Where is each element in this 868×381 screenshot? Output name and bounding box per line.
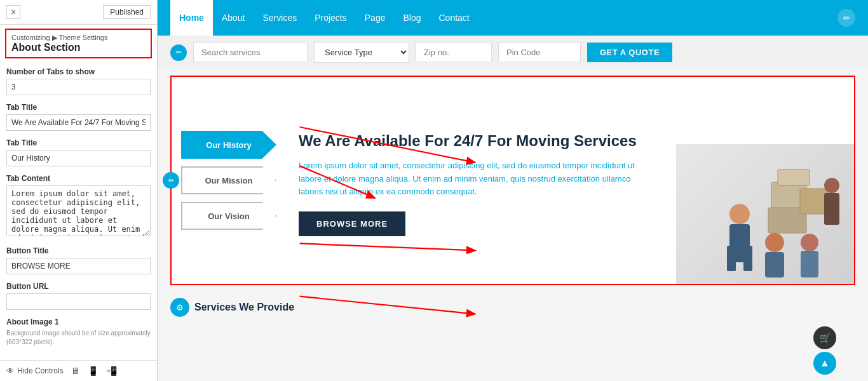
- search-input[interactable]: [193, 43, 308, 62]
- nav-blog[interactable]: Blog: [394, 0, 430, 36]
- tabs-count-label: Number of Tabs to show: [6, 67, 151, 76]
- scroll-up-button[interactable]: ▲: [813, 352, 836, 375]
- desktop-view-icon[interactable]: 🖥: [71, 366, 80, 376]
- top-bar: × Published: [0, 0, 157, 25]
- svg-point-8: [765, 233, 784, 252]
- services-peek: ⚙ Services We Provide: [158, 291, 868, 323]
- svg-point-12: [824, 178, 839, 193]
- about-image-hint: Background Image should be of size appro…: [6, 329, 151, 347]
- content-title: We Are Available For 24/7 For Moving Ser…: [299, 131, 657, 150]
- service-type-select[interactable]: Service Type: [314, 42, 409, 63]
- breadcrumb-path: Customizing ▶ Theme Settings: [11, 34, 146, 42]
- zip-input[interactable]: [416, 43, 492, 62]
- tab-content-label: Tab Content: [6, 174, 151, 183]
- pin-input[interactable]: [498, 43, 581, 62]
- workers-svg: [676, 144, 854, 284]
- get-quote-button[interactable]: GET A QUOTE: [587, 43, 672, 62]
- tab-label-our-vision: Our Vision: [208, 211, 250, 221]
- tab-our-mission[interactable]: Our Mission: [181, 166, 276, 194]
- tab-title-2-group: Tab Title: [6, 138, 151, 166]
- button-url-group: Button URL: [6, 282, 151, 310]
- hide-controls-label: Hide Controls: [17, 366, 64, 375]
- hide-controls-bar: 👁 Hide Controls 🖥 📱 📲: [0, 360, 157, 381]
- services-peek-title: Services We Provide: [194, 302, 294, 313]
- tab-label-our-history: Our History: [206, 140, 252, 150]
- about-image-label: About Image 1: [6, 318, 151, 326]
- right-content: Home About Services Projects Page Blog C…: [158, 0, 868, 381]
- content-column: We Are Available For 24/7 For Moving Ser…: [286, 77, 676, 284]
- button-title-label: Button Title: [6, 246, 151, 255]
- button-title-input[interactable]: [6, 258, 151, 274]
- hide-controls-button[interactable]: 👁 Hide Controls: [6, 366, 64, 375]
- left-panel: × Published Customizing ▶ Theme Settings…: [0, 0, 158, 381]
- breadcrumb-title: About Section: [11, 42, 146, 53]
- tab-our-vision[interactable]: Our Vision: [181, 202, 276, 230]
- about-section-wrapper: ✏ Our History Our Mission Our Vision: [158, 69, 868, 381]
- services-icon: ⚙: [170, 298, 189, 317]
- eye-icon: 👁: [6, 366, 14, 375]
- tabs-column: Our History Our Mission Our Vision: [172, 77, 286, 284]
- tabs-count-input[interactable]: [6, 79, 151, 95]
- button-title-group: Button Title: [6, 246, 151, 274]
- nav-links: Home About Services Projects Page Blog C…: [170, 0, 837, 36]
- about-section: ✏ Our History Our Mission Our Vision: [170, 76, 855, 285]
- browse-more-button[interactable]: BROWSE MORE: [299, 211, 405, 236]
- tabs-count-group: Number of Tabs to show: [6, 67, 151, 95]
- about-image-group: About Image 1 Background Image should be…: [6, 318, 151, 347]
- tab-content-group: Tab Content Lorem ipsum dolor sit amet, …: [6, 174, 151, 239]
- tab-title-1-group: Tab Title: [6, 103, 151, 131]
- mobile-view-icon[interactable]: 📲: [106, 366, 117, 376]
- svg-point-10: [801, 234, 818, 251]
- nav-contact[interactable]: Contact: [430, 0, 478, 36]
- breadcrumb-section: Customizing ▶ Theme Settings About Secti…: [5, 29, 152, 58]
- tab-title-1-label: Tab Title: [6, 103, 151, 112]
- workers-image: [676, 144, 854, 284]
- content-text: Lorem ipsum dolor sit amet, consectetur …: [299, 159, 657, 199]
- search-edit-button[interactable]: ✏: [170, 44, 187, 61]
- section-edit-icon[interactable]: ✏: [163, 172, 179, 189]
- svg-rect-1: [778, 170, 810, 185]
- tab-label-our-mission: Our Mission: [205, 176, 252, 185]
- close-button[interactable]: ×: [6, 5, 20, 19]
- button-url-label: Button URL: [6, 282, 151, 291]
- tab-our-history[interactable]: Our History: [181, 131, 276, 159]
- nav-page[interactable]: Page: [356, 0, 395, 36]
- tab-title-1-input[interactable]: [6, 114, 151, 131]
- tablet-view-icon[interactable]: 📱: [88, 366, 98, 376]
- svg-rect-13: [824, 193, 839, 225]
- nav-about[interactable]: About: [213, 0, 254, 36]
- tab-title-2-label: Tab Title: [6, 138, 151, 147]
- svg-rect-11: [801, 251, 818, 277]
- published-badge[interactable]: Published: [103, 5, 151, 19]
- nav-edit-icon[interactable]: ✏: [837, 9, 855, 27]
- nav-projects[interactable]: Projects: [306, 0, 356, 36]
- tab-title-2-input[interactable]: [6, 150, 151, 166]
- svg-rect-9: [765, 252, 784, 277]
- svg-rect-6: [727, 246, 736, 271]
- cart-float-button[interactable]: 🛒: [813, 326, 836, 349]
- tab-content-textarea[interactable]: Lorem ipsum dolor sit amet, consectetur …: [6, 185, 151, 236]
- search-bar: ✏ Service Type GET A QUOTE: [158, 36, 868, 69]
- svg-point-4: [729, 204, 750, 224]
- svg-rect-7: [743, 246, 752, 271]
- site-nav: Home About Services Projects Page Blog C…: [158, 0, 868, 36]
- button-url-input[interactable]: [6, 293, 151, 310]
- nav-home[interactable]: Home: [170, 0, 213, 36]
- nav-services[interactable]: Services: [254, 0, 306, 36]
- panel-scroll: Number of Tabs to show Tab Title Tab Tit…: [0, 62, 157, 360]
- image-column: [676, 77, 854, 284]
